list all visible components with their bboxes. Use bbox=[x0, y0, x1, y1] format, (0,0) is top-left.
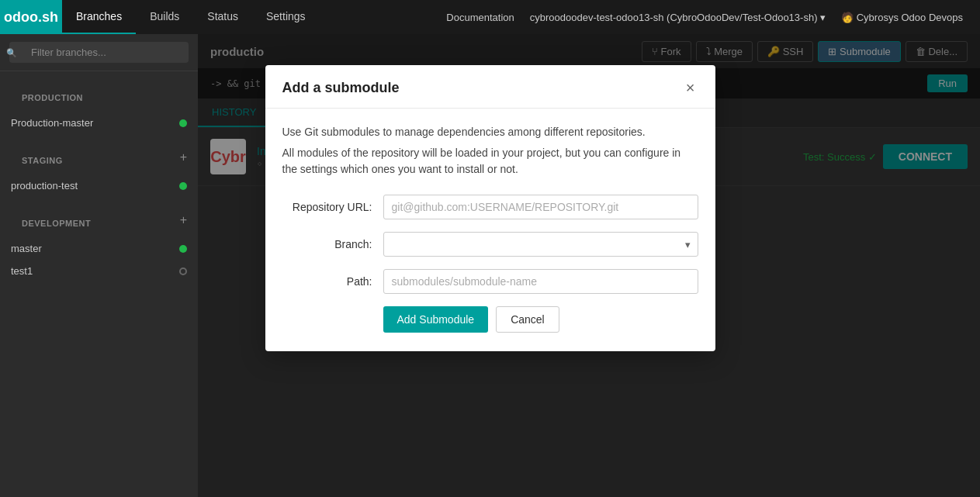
modal-header: Add a submodule × bbox=[265, 65, 715, 109]
label-repository-url: Repository URL: bbox=[282, 201, 383, 213]
search-input[interactable] bbox=[9, 42, 189, 63]
add-submodule-modal: Add a submodule × Use Git submodules to … bbox=[265, 65, 715, 351]
item-label-test1: test1 bbox=[11, 265, 33, 277]
modal-actions: Add Submodule Cancel bbox=[282, 306, 698, 333]
sidebar: PRODUCTION Production-master STAGING + p… bbox=[0, 34, 198, 497]
section-header-development: DEVELOPMENT + bbox=[0, 197, 198, 237]
main-layout: PRODUCTION Production-master STAGING + p… bbox=[0, 34, 980, 497]
select-branch[interactable] bbox=[383, 232, 698, 257]
modal-title: Add a submodule bbox=[282, 80, 400, 96]
add-staging-button[interactable]: + bbox=[180, 150, 187, 164]
branch-select-wrap: ▾ bbox=[383, 232, 698, 257]
item-label-production-test: production-test bbox=[11, 180, 78, 192]
section-header-production: PRODUCTION bbox=[0, 71, 198, 112]
form-row-branch: Branch: ▾ bbox=[282, 232, 698, 257]
tab-status[interactable]: Status bbox=[193, 0, 252, 34]
sidebar-item-master[interactable]: master bbox=[0, 237, 198, 260]
user-menu[interactable]: 🧑 Cybrosys Odoo Devops bbox=[833, 12, 971, 23]
section-label-staging: STAGING bbox=[11, 145, 74, 170]
cancel-button[interactable]: Cancel bbox=[496, 306, 559, 333]
topnav: odoo.sh Branches Builds Status Settings … bbox=[0, 0, 980, 34]
status-dot-green bbox=[179, 119, 187, 127]
sidebar-item-test1[interactable]: test1 bbox=[0, 260, 198, 282]
tab-branches[interactable]: Branches bbox=[62, 0, 136, 34]
input-repository-url[interactable] bbox=[383, 195, 698, 219]
label-branch: Branch: bbox=[282, 238, 383, 250]
modal-close-button[interactable]: × bbox=[683, 79, 698, 97]
modal-overlay[interactable]: Add a submodule × Use Git submodules to … bbox=[198, 34, 980, 497]
section-header-staging: STAGING + bbox=[0, 134, 198, 174]
content-area: productio ⑂ Fork ⤵ Merge 🔑 SSH ⊞ Submodu… bbox=[198, 34, 980, 497]
sidebar-search-container bbox=[0, 34, 198, 71]
form-row-repository-url: Repository URL: bbox=[282, 195, 698, 219]
modal-description-2: All modules of the repository will be lo… bbox=[282, 145, 698, 178]
item-label-master: master bbox=[11, 243, 42, 254]
label-path: Path: bbox=[282, 275, 383, 288]
section-label-development: DEVELOPMENT bbox=[11, 208, 102, 233]
status-dot-green-3 bbox=[179, 245, 187, 253]
topnav-right: Documentation cybroodoodev-test-odoo13-s… bbox=[438, 12, 980, 23]
add-submodule-button[interactable]: Add Submodule bbox=[383, 306, 489, 333]
sidebar-item-production-test[interactable]: production-test bbox=[0, 174, 198, 197]
modal-description-1: Use Git submodules to manage dependencie… bbox=[282, 124, 698, 140]
status-dot-gray bbox=[179, 267, 187, 275]
add-development-button[interactable]: + bbox=[180, 213, 187, 227]
docs-link[interactable]: Documentation bbox=[438, 12, 521, 23]
section-label-production: PRODUCTION bbox=[11, 82, 94, 107]
repo-selector[interactable]: cybroodoodev-test-odoo13-sh (CybroOdooDe… bbox=[522, 12, 833, 23]
status-dot-green-2 bbox=[179, 182, 187, 190]
input-path[interactable] bbox=[383, 269, 698, 294]
modal-body: Use Git submodules to manage dependencie… bbox=[265, 109, 715, 351]
logo-text: odoo.sh bbox=[4, 9, 58, 26]
app-logo[interactable]: odoo.sh bbox=[0, 0, 62, 34]
form-row-path: Path: bbox=[282, 269, 698, 294]
item-label-production-master: Production-master bbox=[11, 117, 93, 129]
sidebar-item-production-master[interactable]: Production-master bbox=[0, 112, 198, 134]
tab-builds[interactable]: Builds bbox=[136, 0, 193, 34]
topnav-tabs: Branches Builds Status Settings bbox=[62, 0, 320, 34]
tab-settings[interactable]: Settings bbox=[252, 0, 320, 34]
